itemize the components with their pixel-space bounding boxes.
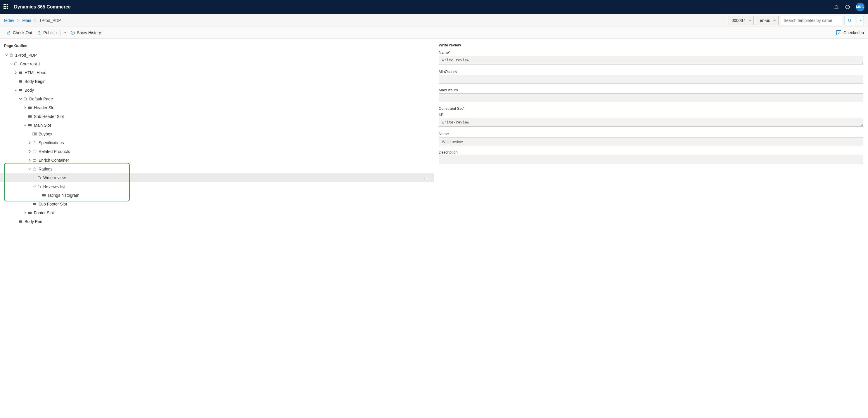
chevron-down-icon [748, 19, 751, 22]
module-icon [18, 80, 23, 83]
chevron-down-icon[interactable] [18, 98, 23, 100]
search-split-button[interactable] [858, 16, 864, 25]
svg-rect-8 [19, 89, 22, 91]
tree-node-root[interactable]: 1Prod_PDP [0, 51, 434, 60]
chevron-down-icon[interactable] [32, 185, 37, 188]
tree-node-main-slot[interactable]: Main Slot [0, 121, 434, 130]
name-label: Name* [439, 50, 863, 55]
svg-rect-21 [38, 177, 41, 179]
tree-node-related-products[interactable]: Related Products [0, 147, 434, 156]
history-button[interactable]: Show History [68, 29, 103, 36]
svg-rect-11 [28, 115, 32, 118]
chevron-right-icon[interactable] [23, 211, 28, 214]
tree-node-sub-header-slot[interactable]: Sub Header Slot [0, 112, 434, 121]
svg-rect-18 [33, 151, 36, 153]
channel-dropdown[interactable]: 000037 [728, 16, 754, 25]
tree-node-ratings-histogram[interactable]: ratings histogram [0, 191, 434, 200]
tree-node-html-head[interactable]: HTML Head [0, 68, 434, 77]
outline-title: Page Outline [0, 42, 434, 51]
publish-button[interactable]: Publish [34, 29, 59, 36]
breadcrumb-separator: > [34, 18, 36, 23]
command-bar: Check Out Publish Show History Checked i… [0, 27, 868, 38]
tree-node-footer-slot[interactable]: Footer Slot [0, 208, 434, 217]
maxoccurs-input[interactable] [439, 94, 863, 102]
tree-node-body[interactable]: Body [0, 86, 434, 95]
tree-node-write-review[interactable]: Write review ··· [0, 173, 434, 182]
id-label: Id* [439, 112, 863, 117]
chevron-right-icon[interactable] [28, 150, 32, 153]
svg-rect-24 [33, 203, 36, 205]
top-nav: Dynamics 365 Commerce MRG [0, 0, 868, 14]
tree-node-default-page[interactable]: Default Page [0, 95, 434, 103]
search-button[interactable] [845, 16, 855, 25]
svg-rect-23 [42, 194, 45, 197]
tree-node-sub-footer-slot[interactable]: Sub Footer Slot [0, 200, 434, 208]
svg-rect-12 [28, 124, 32, 127]
chevron-down-icon [773, 19, 776, 22]
svg-point-2 [848, 19, 851, 21]
separator [60, 30, 61, 36]
breadcrumb-link[interactable]: Main [22, 18, 31, 23]
tree-node-body-end[interactable]: Body End [0, 217, 434, 226]
chevron-right-icon[interactable] [23, 106, 28, 109]
chevron-down-icon[interactable] [28, 168, 32, 171]
breadcrumb-link[interactable]: fedev [4, 18, 14, 23]
module-icon [18, 220, 23, 223]
minoccurs-input[interactable] [439, 75, 863, 84]
cs-name-input[interactable] [439, 137, 863, 146]
tree-node-header-slot[interactable]: Header Slot [0, 103, 434, 112]
svg-rect-25 [28, 212, 32, 214]
svg-point-1 [847, 8, 847, 8]
module-icon [41, 194, 46, 197]
chevron-down-icon[interactable] [23, 124, 28, 127]
page-icon [9, 53, 13, 57]
cs-name-label: Name [439, 132, 863, 136]
description-label: Description [439, 150, 863, 154]
module-icon [32, 203, 37, 206]
chevron-down-icon[interactable] [9, 63, 13, 65]
user-avatar[interactable]: MRG [856, 3, 865, 11]
breadcrumb-separator: > [17, 18, 19, 23]
help-icon[interactable] [845, 4, 850, 10]
svg-rect-20 [33, 168, 36, 171]
container-icon [32, 141, 37, 144]
tree-node-core-root[interactable]: Core root 1 [0, 60, 434, 68]
tree-node-specifications[interactable]: Specifications [0, 138, 434, 147]
more-commands-button[interactable] [62, 30, 68, 35]
search-input[interactable] [781, 16, 842, 25]
svg-line-3 [850, 21, 851, 22]
name-input[interactable]: Write review [439, 56, 863, 65]
app-launcher-icon[interactable] [3, 4, 9, 10]
notifications-icon[interactable] [834, 4, 839, 10]
chevron-right-icon[interactable] [28, 141, 32, 144]
chevron-right-icon[interactable] [28, 159, 32, 162]
chevron-right-icon[interactable] [13, 71, 18, 74]
tree-node-body-begin[interactable]: Body Begin [0, 77, 434, 86]
module-icon [28, 106, 32, 109]
container-icon [37, 176, 41, 179]
container-icon [32, 159, 37, 162]
status-label: Checked in [843, 30, 864, 35]
module-icon [28, 211, 32, 214]
container-icon [32, 167, 37, 171]
tree-node-enrich-container[interactable]: Enrich Container [0, 156, 434, 165]
checkout-button[interactable]: Check Out [4, 29, 34, 36]
tree-node-reviews-list[interactable]: Reviews list [0, 182, 434, 191]
tree-node-buybox[interactable]: Buybox [0, 130, 434, 138]
id-input[interactable]: write-review [439, 118, 863, 127]
more-actions-icon[interactable]: ··· [424, 175, 431, 180]
locale-dropdown[interactable]: en-us [756, 16, 779, 25]
main-split: Page Outline 1Prod_PDP Core root 1 HTML … [0, 38, 868, 418]
minoccurs-label: MinOccurs [439, 69, 863, 74]
description-input[interactable] [439, 155, 863, 164]
svg-rect-5 [14, 63, 17, 65]
breadcrumb: fedev > Main > 1Prod_PDP [4, 18, 728, 23]
tree-node-ratings[interactable]: Ratings [0, 165, 434, 173]
module-icon [28, 115, 32, 118]
svg-rect-19 [33, 160, 36, 162]
chevron-down-icon[interactable] [4, 54, 9, 57]
app-title: Dynamics 365 Commerce [14, 4, 834, 10]
checked-in-icon [836, 30, 841, 35]
container-icon [32, 150, 37, 153]
chevron-down-icon[interactable] [13, 89, 18, 92]
